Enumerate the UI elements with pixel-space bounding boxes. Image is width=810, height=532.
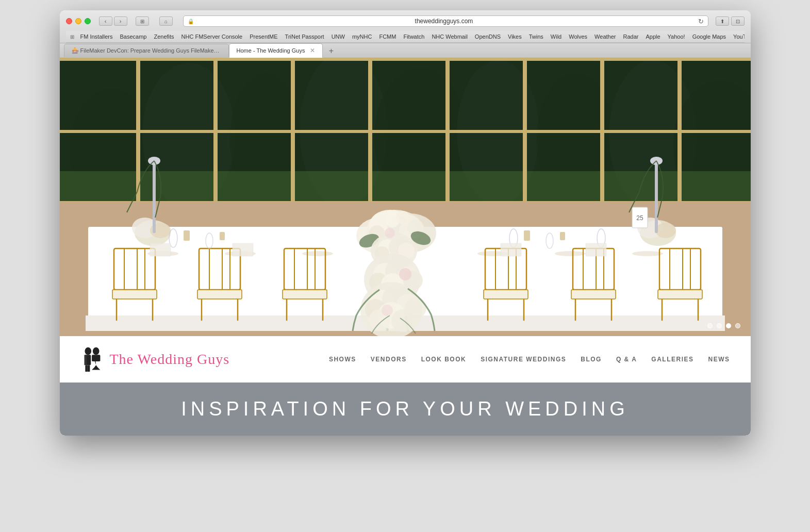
- bookmark-opendns[interactable]: OpenDNS: [472, 33, 504, 40]
- svg-point-81: [399, 268, 411, 280]
- svg-rect-115: [571, 290, 616, 299]
- nav-buttons: ‹ ›: [99, 16, 127, 26]
- bookmark-weather[interactable]: Weather: [591, 33, 619, 40]
- browser-window: ‹ › ⊞ ⌂ 🔒 theweddingguys.com ↻ ⬆ ⊡ ⊞ FM …: [60, 10, 751, 436]
- tab-wedding-guys[interactable]: Home - The Wedding Guys ✕: [229, 43, 323, 58]
- svg-rect-94: [197, 290, 242, 299]
- svg-rect-12: [60, 171, 751, 202]
- svg-rect-43: [655, 161, 658, 233]
- bookmark-radar[interactable]: Radar: [620, 33, 641, 40]
- address-bar[interactable]: 🔒 theweddingguys.com ↻: [183, 15, 708, 27]
- minimize-button[interactable]: [75, 18, 81, 24]
- bookmark-mynhc[interactable]: myNHC: [349, 33, 375, 40]
- bookmark-basecamp[interactable]: Basecamp: [117, 33, 150, 40]
- logo-text: The Wedding Guys: [110, 351, 230, 368]
- tab-wedding-guys-text: Home - The Wedding Guys: [237, 47, 305, 54]
- logo-icon: [80, 346, 104, 372]
- bookmark-youtube[interactable]: YouTube: [730, 33, 744, 40]
- carousel-dot-1[interactable]: [707, 323, 713, 328]
- svg-rect-137: [233, 243, 253, 256]
- hero-image: 25: [60, 58, 751, 336]
- bookmark-fitwatch[interactable]: Fitwatch: [400, 33, 427, 40]
- home-button[interactable]: ⌂: [159, 16, 173, 26]
- svg-rect-108: [484, 290, 528, 299]
- new-tab-button[interactable]: +: [325, 45, 337, 57]
- reading-list-button[interactable]: ⊡: [731, 16, 745, 26]
- svg-point-82: [382, 305, 393, 316]
- svg-rect-146: [92, 355, 100, 361]
- apps-icon: ⊞: [70, 34, 74, 40]
- reload-button[interactable]: ↻: [698, 18, 704, 25]
- logo-area: The Wedding Guys: [80, 346, 230, 372]
- tab-close-icon[interactable]: ✕: [310, 47, 315, 54]
- inspiration-title: INSPIRATION FOR YOUR WEDDING: [80, 398, 730, 420]
- svg-point-34: [632, 251, 663, 256]
- svg-rect-139: [586, 243, 606, 256]
- svg-rect-101: [283, 290, 327, 299]
- bookmark-nhc-webmail[interactable]: NHC Webmail: [428, 33, 470, 40]
- bookmarks-bar: ⊞ FM Installers Basecamp Zenefits NHC FM…: [66, 31, 745, 43]
- share-button[interactable]: ⬆: [716, 16, 729, 26]
- bookmark-trinet[interactable]: TriNet Passport: [282, 33, 327, 40]
- nav-blog[interactable]: BLOG: [581, 356, 602, 363]
- nav-galleries[interactable]: GALLERIES: [651, 356, 693, 363]
- bookmark-fm-installers[interactable]: FM Installers: [77, 33, 116, 40]
- bookmark-presentme[interactable]: PresentME: [246, 33, 280, 40]
- svg-text:25: 25: [636, 214, 643, 222]
- carousel-dots: [707, 323, 740, 328]
- bookmark-fcmm[interactable]: FCMM: [376, 33, 399, 40]
- carousel-dot-3[interactable]: [726, 323, 731, 328]
- svg-rect-142: [84, 355, 87, 365]
- svg-rect-41: [153, 161, 156, 233]
- close-button[interactable]: [66, 18, 72, 24]
- view-toggle-button[interactable]: ⊞: [136, 16, 149, 26]
- hero-section: 25: [60, 58, 751, 336]
- svg-rect-143: [85, 365, 88, 372]
- bookmark-unw[interactable]: UNW: [328, 33, 348, 40]
- bookmark-vikes[interactable]: Vikes: [505, 33, 525, 40]
- nav-news[interactable]: NEWS: [708, 356, 730, 363]
- svg-rect-127: [184, 230, 190, 241]
- svg-rect-144: [87, 365, 90, 372]
- bookmark-wolves[interactable]: Wolves: [566, 33, 590, 40]
- bookmark-wild[interactable]: Wild: [548, 33, 565, 40]
- nav-signature-weddings[interactable]: SIGNATURE WEDDINGS: [481, 356, 566, 363]
- svg-rect-130: [560, 232, 565, 240]
- svg-rect-138: [501, 243, 521, 256]
- bookmark-apple[interactable]: Apple: [642, 33, 663, 40]
- tab-filemaker-text: 🎰 FileMaker DevCon: Prepare Wedding Guys…: [72, 47, 221, 54]
- tab-filemaker[interactable]: 🎰 FileMaker DevCon: Prepare Wedding Guys…: [64, 44, 229, 57]
- title-bar: ‹ › ⊞ ⌂ 🔒 theweddingguys.com ↻ ⬆ ⊡ ⊞ FM …: [60, 10, 751, 43]
- nav-shows[interactable]: SHOWS: [329, 356, 356, 363]
- bookmark-yahoo[interactable]: Yahoo!: [665, 33, 688, 40]
- svg-point-40: [655, 223, 676, 238]
- bookmark-zenefits[interactable]: Zenefits: [151, 33, 177, 40]
- tabs-bar: 🎰 FileMaker DevCon: Prepare Wedding Guys…: [60, 43, 751, 57]
- nav-look-book[interactable]: LOOK BOOK: [421, 356, 467, 363]
- svg-rect-87: [112, 290, 157, 299]
- nav-qa[interactable]: Q & A: [616, 356, 637, 363]
- nav-vendors[interactable]: VENDORS: [371, 356, 407, 363]
- svg-point-33: [555, 251, 586, 256]
- back-button[interactable]: ‹: [99, 16, 112, 26]
- svg-rect-128: [220, 232, 225, 240]
- fullscreen-button[interactable]: [85, 18, 91, 24]
- inspiration-section: INSPIRATION FOR YOUR WEDDING: [60, 383, 751, 436]
- page-content: 25: [60, 57, 751, 436]
- forward-button[interactable]: ›: [114, 16, 127, 26]
- bookmark-twins[interactable]: Twins: [526, 33, 547, 40]
- svg-point-140: [85, 347, 91, 355]
- svg-rect-22: [60, 58, 751, 61]
- bookmark-nhc-fmserver[interactable]: NHC FMServer Console: [178, 33, 246, 40]
- carousel-dot-4[interactable]: [735, 323, 740, 328]
- svg-rect-21: [60, 130, 751, 133]
- svg-point-79: [391, 309, 414, 332]
- lock-icon: 🔒: [188, 19, 194, 24]
- bookmark-google-maps[interactable]: Google Maps: [689, 33, 729, 40]
- svg-rect-129: [524, 230, 530, 241]
- carousel-dot-2[interactable]: [717, 323, 722, 328]
- traffic-lights: [66, 18, 91, 24]
- url-text: theweddingguys.com: [196, 18, 691, 25]
- svg-point-56: [396, 211, 409, 224]
- svg-point-145: [92, 347, 99, 355]
